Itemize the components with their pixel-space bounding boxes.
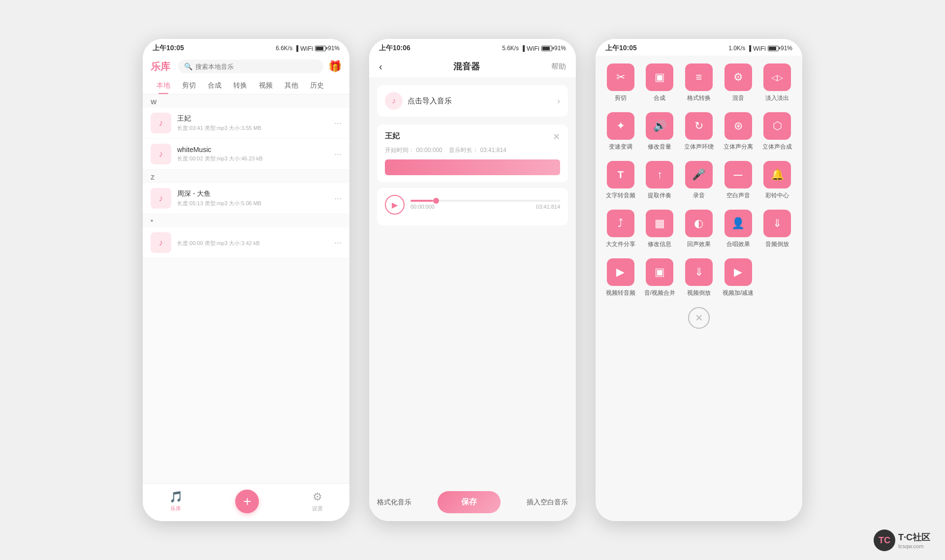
tool-mix[interactable]: ⚙ 混音 (721, 63, 756, 102)
tool-video-reverse[interactable]: ⇓ 视频倒放 (682, 258, 716, 297)
video-to-audio-label: 视频转音频 (606, 289, 635, 297)
tool-chorus[interactable]: 👤 合唱效果 (721, 210, 756, 249)
tool-reverse[interactable]: ⇓ 音频倒放 (760, 210, 794, 249)
more-button[interactable]: ··· (334, 238, 342, 248)
music-meta: 长度:05:13 类型:mp3 大小:5.06 MB (177, 200, 328, 207)
tool-format-convert[interactable]: ≡ 格式转换 (682, 63, 716, 102)
music-note-icon: ♪ (385, 92, 403, 110)
tool-volume[interactable]: 🔊 修改音量 (643, 112, 677, 151)
tool-record[interactable]: 🎤 录音 (682, 161, 716, 200)
gift-icon[interactable]: 🎁 (328, 60, 342, 73)
tab-convert[interactable]: 转换 (227, 77, 253, 94)
progress-thumb (433, 198, 439, 204)
tool-video-to-audio[interactable]: ▶ 视频转音频 (603, 258, 638, 297)
insert-silence-button[interactable]: 插入空白音乐 (527, 498, 568, 507)
tool-surround[interactable]: ↻ 立体声环绕 (682, 112, 716, 151)
silence-icon: — (724, 161, 752, 188)
tool-video-speed[interactable]: ▶ 视频加/减速 (721, 258, 756, 297)
fab-add-button[interactable]: + (235, 490, 259, 513)
status-bar-1: 上午10:05 6.6K/s ▐ WiFi 91% (143, 39, 349, 56)
battery-label-2: 91% (554, 45, 566, 52)
tool-tts[interactable]: T 文字转音频 (603, 161, 638, 200)
chorus-label: 合唱效果 (726, 240, 750, 249)
track-waveform (385, 159, 560, 175)
tab-other[interactable]: 其他 (279, 77, 304, 94)
network-speed-2: 5.6K/s (502, 45, 519, 52)
app-title: 乐库 (151, 60, 170, 73)
video-reverse-icon: ⇓ (685, 258, 713, 286)
help-button[interactable]: 帮助 (551, 62, 566, 71)
compose-label: 合成 (654, 94, 665, 102)
tool-stereo-merge[interactable]: ⬡ 立体声合成 (760, 112, 794, 151)
network-speed-3: 1.0K/s (728, 45, 745, 52)
tool-compose[interactable]: ▣ 合成 (643, 63, 677, 102)
list-item[interactable]: ♪ 长度:00:00 类型:mp3 大小:3.42 kB ··· (143, 227, 349, 258)
close-button[interactable]: ✕ (688, 307, 710, 329)
library-label: 乐库 (170, 505, 181, 512)
volume-icon: 🔊 (646, 112, 673, 140)
more-button[interactable]: ··· (334, 193, 342, 204)
track-name: 王妃 (385, 131, 400, 141)
status-icons-1: 6.6K/s ▐ WiFi 91% (276, 45, 340, 52)
speed-pitch-icon: ✦ (607, 112, 634, 140)
watermark: TC T·C社区 tcsqw.com (874, 529, 930, 551)
list-item[interactable]: ♪ 周深 - 大鱼 长度:05:13 类型:mp3 大小:5.06 MB ··· (143, 183, 349, 214)
edit-info-label: 修改信息 (648, 240, 671, 249)
bottom-bar-1: 🎵 乐库 + ⚙ 设置 (143, 483, 349, 521)
tool-ringtone[interactable]: 🔔 彩铃中心 (760, 161, 794, 200)
bottom-library[interactable]: 🎵 乐库 (169, 491, 183, 512)
mixer-title: 混音器 (453, 61, 480, 72)
chorus-icon: 👤 (724, 210, 752, 237)
list-item[interactable]: ♪ whiteMusic 长度:00:02 类型:mp3 大小:46.23 kB… (143, 139, 349, 170)
ringtone-icon: 🔔 (763, 161, 791, 188)
tab-video[interactable]: 视频 (253, 77, 279, 94)
start-time-label: 开始时间： (385, 147, 414, 154)
tab-history[interactable]: 历史 (304, 77, 330, 94)
tool-edit-info[interactable]: ▦ 修改信息 (643, 210, 677, 249)
av-merge-icon: ▣ (646, 258, 673, 286)
save-button[interactable]: 保存 (438, 491, 501, 513)
track-close-button[interactable]: ✕ (553, 131, 560, 142)
more-button[interactable]: ··· (334, 149, 342, 159)
search-bar[interactable]: 🔍 (178, 60, 323, 73)
tab-local[interactable]: 本地 (151, 77, 176, 94)
tool-speed-pitch[interactable]: ✦ 变速变调 (603, 112, 638, 151)
mixer-header: ‹ 混音器 帮助 (369, 56, 576, 77)
signal-icon-3: ▐ (747, 45, 751, 51)
tool-share[interactable]: ⤴ 大文件分享 (603, 210, 638, 249)
video-reverse-label: 视频倒放 (687, 289, 711, 297)
tool-extract[interactable]: ↑ 提取伴奏 (643, 161, 677, 200)
phone-screen-2: 上午10:06 5.6K/s ▐ WiFi 91% ‹ 混音器 帮助 ♪ 点击导… (369, 39, 576, 521)
tool-av-merge[interactable]: ▣ 音/视频合并 (643, 258, 677, 297)
search-input[interactable] (195, 63, 317, 70)
bottom-settings[interactable]: ⚙ 设置 (312, 491, 323, 512)
tool-cut[interactable]: ✂ 剪切 (603, 63, 638, 102)
settings-icon: ⚙ (313, 491, 322, 503)
tool-stereo-split[interactable]: ⊛ 立体声分离 (721, 112, 756, 151)
music-name: 王妃 (177, 114, 328, 123)
play-button[interactable]: ▶ (385, 195, 405, 215)
back-button[interactable]: ‹ (379, 61, 382, 72)
tab-cut[interactable]: 剪切 (176, 77, 202, 94)
more-button[interactable]: ··· (334, 118, 342, 128)
mix-label: 混音 (732, 94, 744, 102)
progress-bar[interactable]: 00:00:000 03:41:814 (410, 200, 560, 210)
ringtone-label: 彩铃中心 (765, 191, 789, 200)
wm-logo: TC (874, 529, 895, 551)
music-info: whiteMusic 长度:00:02 类型:mp3 大小:46.23 kB (177, 146, 328, 162)
echo-label: 回声效果 (687, 240, 711, 249)
tab-compose[interactable]: 合成 (202, 77, 227, 94)
import-music-button[interactable]: ♪ 点击导入音乐 › (377, 85, 568, 117)
echo-icon: ◐ (685, 210, 713, 237)
list-item[interactable]: ♪ 王妃 长度:03:41 类型:mp3 大小:3.55 MB ··· (143, 108, 349, 139)
track-section: 王妃 ✕ 开始时间： 00:00:000 音乐时长： 03:41:814 (377, 124, 568, 182)
chevron-right-icon: › (557, 96, 560, 106)
tool-fade[interactable]: ◁▷ 淡入淡出 (760, 63, 794, 102)
tool-echo[interactable]: ◐ 回声效果 (682, 210, 716, 249)
battery-icon-3 (768, 46, 779, 51)
battery-icon-2 (541, 46, 552, 51)
format-button[interactable]: 格式化音乐 (377, 498, 411, 507)
battery-icon-1 (315, 46, 326, 51)
status-icons-3: 1.0K/s ▐ WiFi 91% (728, 45, 792, 52)
tool-silence[interactable]: — 空白声音 (721, 161, 756, 200)
